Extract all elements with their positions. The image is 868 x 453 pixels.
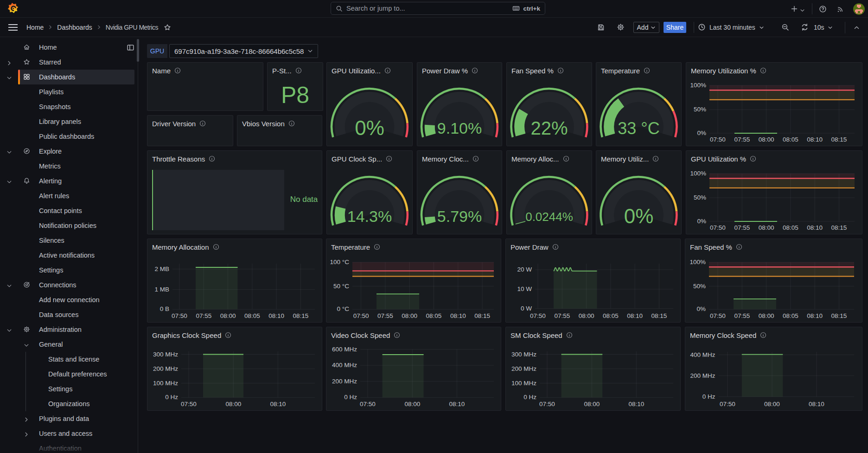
svg-text:07:55: 07:55 — [377, 312, 393, 319]
svg-text:1 MB: 1 MB — [154, 286, 169, 293]
svg-text:08:05: 08:05 — [603, 312, 619, 319]
svg-text:07:50: 07:50 — [530, 312, 546, 319]
svg-text:08:15: 08:15 — [831, 224, 847, 231]
svg-text:08:10: 08:10 — [270, 401, 286, 408]
svg-text:08:10: 08:10 — [627, 312, 643, 319]
svg-text:50%: 50% — [693, 283, 706, 290]
svg-text:50%: 50% — [694, 106, 706, 113]
svg-text:08:00: 08:00 — [584, 401, 600, 408]
svg-text:08:15: 08:15 — [474, 312, 490, 319]
svg-text:0%: 0% — [697, 218, 706, 225]
svg-text:08:10: 08:10 — [268, 312, 284, 319]
svg-text:07:55: 07:55 — [196, 312, 211, 319]
svg-text:300 MHz: 300 MHz — [511, 351, 536, 358]
svg-text:07:50: 07:50 — [710, 224, 726, 231]
svg-text:0 Hz: 0 Hz — [523, 394, 536, 401]
svg-text:0 Hz: 0 Hz — [344, 394, 357, 401]
svg-text:07:50: 07:50 — [710, 136, 726, 143]
svg-text:100 MHz: 100 MHz — [153, 380, 178, 387]
svg-text:08:05: 08:05 — [244, 312, 260, 319]
svg-text:22%: 22% — [530, 118, 568, 138]
svg-text:0 B: 0 B — [160, 305, 169, 312]
svg-text:50 °C: 50 °C — [333, 283, 349, 290]
svg-text:100%: 100% — [689, 259, 706, 265]
svg-text:08:05: 08:05 — [783, 312, 798, 319]
svg-text:0 °C: 0 °C — [337, 305, 350, 312]
svg-text:08:00: 08:00 — [759, 224, 774, 231]
svg-text:0%: 0% — [696, 305, 706, 312]
svg-text:07:50: 07:50 — [710, 312, 726, 319]
svg-text:08:05: 08:05 — [426, 312, 442, 319]
svg-text:600 MHz: 600 MHz — [332, 346, 357, 353]
svg-text:33 °C: 33 °C — [618, 119, 659, 138]
svg-text:400 MHz: 400 MHz — [690, 351, 715, 358]
svg-text:07:50: 07:50 — [181, 401, 197, 408]
svg-text:200 MHz: 200 MHz — [332, 378, 357, 385]
svg-text:07:50: 07:50 — [172, 312, 187, 319]
svg-text:08:00: 08:00 — [404, 401, 420, 408]
svg-text:07:55: 07:55 — [734, 312, 750, 319]
svg-text:08:00: 08:00 — [220, 312, 236, 319]
svg-text:5.79%: 5.79% — [437, 207, 482, 225]
svg-text:08:15: 08:15 — [651, 312, 667, 319]
svg-text:08:15: 08:15 — [831, 312, 847, 319]
svg-text:20 W: 20 W — [517, 266, 532, 273]
svg-text:0%: 0% — [697, 129, 706, 136]
svg-text:08:10: 08:10 — [628, 401, 644, 408]
svg-text:100 MHz: 100 MHz — [511, 380, 536, 387]
svg-text:0 Hz: 0 Hz — [165, 394, 178, 401]
svg-text:0.0244%: 0.0244% — [525, 210, 573, 224]
svg-text:200 MHz: 200 MHz — [511, 365, 536, 372]
svg-text:14.3%: 14.3% — [347, 207, 392, 225]
svg-text:08:00: 08:00 — [759, 312, 774, 319]
svg-text:100%: 100% — [690, 82, 706, 89]
svg-text:08:05: 08:05 — [783, 224, 798, 231]
svg-text:0%: 0% — [355, 116, 384, 139]
svg-text:07:50: 07:50 — [539, 401, 555, 408]
svg-text:07:55: 07:55 — [554, 312, 570, 319]
svg-text:08:10: 08:10 — [807, 224, 823, 231]
svg-text:07:50: 07:50 — [360, 401, 376, 408]
svg-text:10 W: 10 W — [517, 285, 532, 292]
svg-text:08:10: 08:10 — [450, 312, 466, 319]
svg-text:07:50: 07:50 — [353, 312, 369, 319]
svg-text:400 MHz: 400 MHz — [332, 362, 357, 369]
svg-text:9.10%: 9.10% — [437, 119, 482, 137]
svg-text:07:55: 07:55 — [734, 136, 750, 143]
svg-text:08:10: 08:10 — [807, 136, 823, 143]
svg-text:08:00: 08:00 — [402, 312, 417, 319]
svg-text:08:10: 08:10 — [449, 401, 465, 408]
svg-text:07:55: 07:55 — [734, 224, 750, 231]
svg-text:0 W: 0 W — [521, 305, 532, 312]
svg-text:08:00: 08:00 — [759, 136, 774, 143]
svg-text:0 Hz: 0 Hz — [702, 393, 715, 400]
svg-text:200 MHz: 200 MHz — [690, 372, 715, 379]
svg-text:0%: 0% — [624, 205, 654, 227]
svg-text:300 MHz: 300 MHz — [153, 351, 178, 358]
svg-text:08:05: 08:05 — [783, 136, 798, 143]
svg-text:08:00: 08:00 — [764, 401, 780, 408]
svg-text:08:00: 08:00 — [579, 312, 594, 319]
svg-text:08:00: 08:00 — [225, 401, 241, 408]
svg-text:100 °C: 100 °C — [330, 259, 350, 265]
svg-text:2 MB: 2 MB — [154, 265, 169, 272]
svg-text:08:15: 08:15 — [831, 136, 847, 143]
svg-text:100%: 100% — [690, 170, 706, 177]
svg-text:50%: 50% — [694, 194, 706, 201]
svg-text:07:50: 07:50 — [720, 401, 735, 408]
svg-text:08:15: 08:15 — [293, 312, 309, 319]
svg-text:08:10: 08:10 — [809, 401, 824, 408]
svg-text:08:10: 08:10 — [807, 312, 823, 319]
svg-text:200 MHz: 200 MHz — [153, 365, 178, 372]
